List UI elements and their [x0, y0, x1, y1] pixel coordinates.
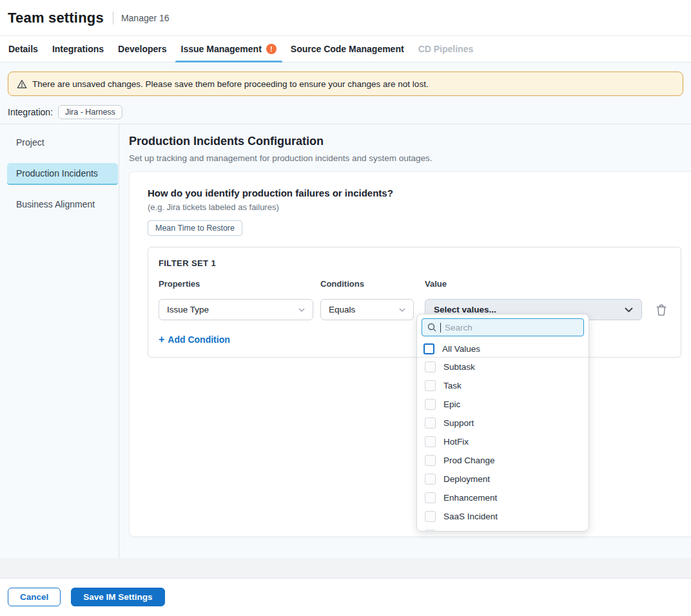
filter-column-headers: Properties Conditions Value	[159, 279, 670, 289]
unsaved-alert-badge: !	[266, 44, 277, 54]
sidebar-item-label: Production Incidents	[16, 168, 98, 178]
unsaved-changes-banner: There are unsaved changes. Please save t…	[8, 72, 683, 96]
tab-label: CD Pipelines	[418, 44, 474, 54]
option-label: Deployment	[443, 474, 490, 484]
team-settings-page: Team settings Manager 16 Details Integra…	[0, 0, 691, 616]
column-label-conditions: Conditions	[320, 279, 425, 289]
option-prod-change[interactable]: Prod Change	[417, 451, 589, 470]
sidebar-item-business-alignment[interactable]: Business Alignment	[7, 194, 118, 216]
tab-label: Source Code Management	[291, 44, 404, 54]
checkbox[interactable]	[425, 399, 436, 410]
filter-set-title: FILTER SET 1	[159, 258, 670, 268]
option-label: Prod Change	[443, 456, 495, 465]
metric-chip-mttr[interactable]: Mean Time to Restore	[148, 220, 242, 236]
checkbox-all-values[interactable]	[423, 343, 434, 354]
value-multiselect-placeholder: Select values...	[434, 305, 496, 314]
condition-select-value: Equals	[329, 305, 355, 314]
chevron-down-icon	[399, 308, 405, 312]
settings-tab-bar: Details Integrations Developers Issue Ma…	[0, 36, 691, 63]
cancel-button[interactable]: Cancel	[8, 588, 61, 606]
chevron-down-icon	[298, 308, 305, 312]
add-condition-label: Add Condition	[168, 334, 229, 345]
delete-condition-button[interactable]	[655, 303, 670, 317]
option-task[interactable]: Task	[417, 376, 589, 395]
checkbox[interactable]	[425, 380, 436, 391]
option-hotfix[interactable]: HotFix	[417, 432, 589, 451]
save-im-settings-button[interactable]: Save IM Settings	[71, 588, 164, 606]
value-dropdown-panel: Search All Values Subtask Task Epic Supp…	[416, 314, 589, 532]
column-label-value: Value	[425, 279, 655, 289]
option-label: Enhancement	[443, 493, 497, 503]
integration-row: Integration: Jira - Harness	[8, 105, 683, 119]
checkbox[interactable]	[425, 436, 436, 447]
footer-spacer-band	[0, 558, 691, 579]
tab-source-code-management[interactable]: Source Code Management	[284, 36, 411, 62]
sidebar-item-project[interactable]: Project	[7, 132, 118, 154]
option-support[interactable]: Support	[417, 414, 589, 432]
tab-label: Issue Management	[181, 44, 262, 54]
banner-message: There are unsaved changes. Please save t…	[32, 79, 429, 89]
tab-issue-management[interactable]: Issue Management !	[174, 36, 284, 62]
option-label: Epic	[443, 399, 460, 409]
option-saas-incident[interactable]: SaaS Incident	[417, 507, 589, 526]
team-name-label: Manager 16	[121, 13, 170, 23]
option-subtask[interactable]: Subtask	[417, 358, 589, 376]
option-label: All Values	[442, 344, 480, 354]
integration-label: Integration:	[8, 107, 53, 117]
tab-cd-pipelines: CD Pipelines	[411, 36, 481, 62]
tab-label: Details	[8, 44, 38, 54]
checkbox[interactable]	[425, 361, 436, 372]
question-heading: How do you identify production failures …	[148, 188, 681, 198]
checkbox[interactable]	[425, 418, 436, 428]
option-label: Customer Notification	[443, 530, 527, 532]
sidebar-item-production-incidents[interactable]: Production Incidents	[7, 163, 118, 185]
filter-condition-row: Issue Type Equals Select v	[159, 299, 670, 320]
page-header: Team settings Manager 16	[0, 0, 691, 36]
tab-label: Integrations	[52, 44, 104, 54]
sidebar-item-label: Project	[16, 137, 44, 148]
checkbox[interactable]	[425, 492, 436, 503]
page-title: Team settings	[8, 10, 104, 26]
action-footer: Cancel Save IM Settings	[0, 579, 691, 616]
plus-icon: +	[159, 334, 164, 345]
option-label: HotFix	[443, 437, 469, 447]
trash-icon	[656, 304, 667, 316]
tab-integrations[interactable]: Integrations	[45, 36, 111, 62]
section-subtitle: Set up tracking and management for produ…	[129, 153, 691, 163]
sidebar-item-label: Business Alignment	[16, 199, 95, 209]
column-label-properties: Properties	[159, 279, 320, 289]
filter-set-1: FILTER SET 1 Properties Conditions Value…	[148, 247, 681, 358]
section-sidebar: Project Production Incidents Business Al…	[0, 124, 119, 558]
option-label: Support	[443, 418, 474, 428]
section-title: Production Incidents Configuration	[129, 135, 691, 148]
option-epic[interactable]: Epic	[417, 395, 589, 414]
tab-label: Developers	[118, 44, 166, 54]
checkbox[interactable]	[425, 474, 436, 485]
tab-details[interactable]: Details	[1, 36, 45, 62]
property-select-value: Issue Type	[167, 305, 209, 314]
option-label: SaaS Incident	[443, 512, 498, 521]
option-all-values[interactable]: All Values	[417, 340, 589, 358]
main-content: Production Incidents Configuration Set u…	[119, 124, 691, 558]
text-cursor	[440, 323, 441, 332]
option-customer-notification[interactable]: Customer Notification	[417, 526, 589, 532]
notice-area: There are unsaved changes. Please save t…	[0, 63, 691, 124]
checkbox[interactable]	[425, 455, 436, 466]
question-hint: (e.g. Jira tickets labeled as failures)	[148, 202, 681, 212]
add-condition-button[interactable]: + Add Condition	[159, 334, 230, 345]
checkbox[interactable]	[425, 530, 436, 532]
integration-chip[interactable]: Jira - Harness	[58, 105, 122, 119]
tab-developers[interactable]: Developers	[111, 36, 173, 62]
search-icon	[427, 323, 436, 332]
property-select[interactable]: Issue Type	[159, 299, 313, 320]
dropdown-search-wrap: Search	[417, 314, 589, 340]
option-enhancement[interactable]: Enhancement	[417, 488, 589, 507]
condition-select[interactable]: Equals	[320, 299, 414, 320]
incidents-config-card: How do you identify production failures …	[129, 171, 691, 537]
search-placeholder: Search	[445, 323, 472, 332]
title-divider	[113, 12, 113, 24]
checkbox[interactable]	[425, 511, 436, 522]
option-label: Subtask	[443, 362, 475, 372]
dropdown-search-input[interactable]: Search	[422, 318, 584, 336]
option-deployment[interactable]: Deployment	[417, 470, 589, 488]
